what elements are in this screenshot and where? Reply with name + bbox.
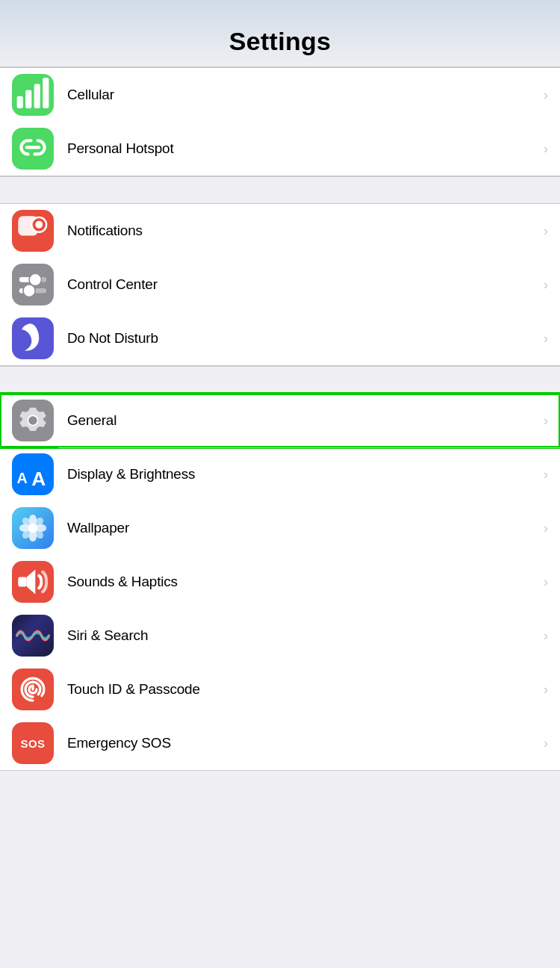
sounds-icon <box>12 561 54 603</box>
touchid-chevron: › <box>544 682 548 698</box>
settings-row-display-brightness[interactable]: A A Display & Brightness › <box>0 447 560 501</box>
svg-rect-3 <box>43 78 49 108</box>
general-icon <box>12 400 54 441</box>
sos-text: SOS <box>20 737 45 750</box>
settings-row-control-center[interactable]: Control Center › <box>0 258 560 311</box>
sos-icon: SOS <box>12 722 54 764</box>
svg-point-7 <box>35 221 43 229</box>
dnd-label: Do Not Disturb <box>67 330 538 347</box>
cellular-label: Cellular <box>67 87 538 103</box>
section-connectivity: Cellular › Personal Hotspot › <box>0 67 560 176</box>
settings-row-cellular[interactable]: Cellular › <box>0 68 560 122</box>
siri-label: Siri & Search <box>67 627 538 644</box>
section-gap-2 <box>0 366 560 393</box>
notifications-label: Notifications <box>67 223 538 239</box>
emergency-sos-label: Emergency SOS <box>67 735 538 751</box>
svg-point-14 <box>28 416 37 425</box>
settings-row-siri-search[interactable]: Siri & Search › <box>0 609 560 663</box>
settings-row-wallpaper[interactable]: Wallpaper › <box>0 501 560 555</box>
svg-rect-0 <box>17 96 23 108</box>
display-icon: A A <box>12 453 54 495</box>
settings-row-do-not-disturb[interactable]: Do Not Disturb › <box>0 311 560 365</box>
display-chevron: › <box>544 467 548 483</box>
notifications-icon <box>12 210 54 252</box>
svg-point-13 <box>23 285 35 297</box>
section-system: Notifications › Control Center › Do <box>0 203 560 366</box>
wallpaper-chevron: › <box>544 521 548 536</box>
sounds-chevron: › <box>544 574 548 590</box>
wallpaper-icon <box>12 507 54 549</box>
section-preferences: General › A A Display & Brightness › <box>0 393 560 771</box>
touchid-label: Touch ID & Passcode <box>67 681 538 698</box>
hotspot-icon <box>12 128 54 170</box>
notifications-chevron: › <box>544 223 548 239</box>
touchid-icon <box>12 668 54 710</box>
settings-row-touch-id-passcode[interactable]: Touch ID & Passcode › <box>0 663 560 716</box>
general-label: General <box>67 412 538 429</box>
svg-rect-1 <box>25 90 31 108</box>
settings-row-sounds-haptics[interactable]: Sounds & Haptics › <box>0 555 560 609</box>
siri-chevron: › <box>544 628 548 644</box>
settings-row-emergency-sos[interactable]: SOS Emergency SOS › <box>0 716 560 770</box>
general-chevron: › <box>544 413 548 429</box>
control-center-icon <box>12 264 54 305</box>
cellular-icon <box>12 74 54 116</box>
dnd-chevron: › <box>544 331 548 347</box>
settings-row-personal-hotspot[interactable]: Personal Hotspot › <box>0 122 560 176</box>
page-header: Settings <box>0 0 560 67</box>
sounds-label: Sounds & Haptics <box>67 574 538 590</box>
section-gap-1 <box>0 176 560 203</box>
wallpaper-label: Wallpaper <box>67 520 538 536</box>
settings-row-notifications[interactable]: Notifications › <box>0 204 560 258</box>
svg-point-10 <box>29 273 41 285</box>
settings-row-general[interactable]: General › <box>0 394 560 447</box>
personal-hotspot-chevron: › <box>544 141 548 157</box>
svg-text:A: A <box>17 470 28 486</box>
control-center-label: Control Center <box>67 276 538 293</box>
page-title: Settings <box>229 27 332 56</box>
svg-rect-2 <box>34 84 40 108</box>
control-center-chevron: › <box>544 277 548 293</box>
svg-rect-26 <box>18 577 27 586</box>
personal-hotspot-label: Personal Hotspot <box>67 140 538 157</box>
siri-icon <box>12 615 54 657</box>
dnd-icon <box>12 317 54 359</box>
display-label: Display & Brightness <box>67 466 538 483</box>
svg-text:A: A <box>31 468 46 490</box>
cellular-chevron: › <box>544 87 548 103</box>
emergency-sos-chevron: › <box>544 736 548 751</box>
